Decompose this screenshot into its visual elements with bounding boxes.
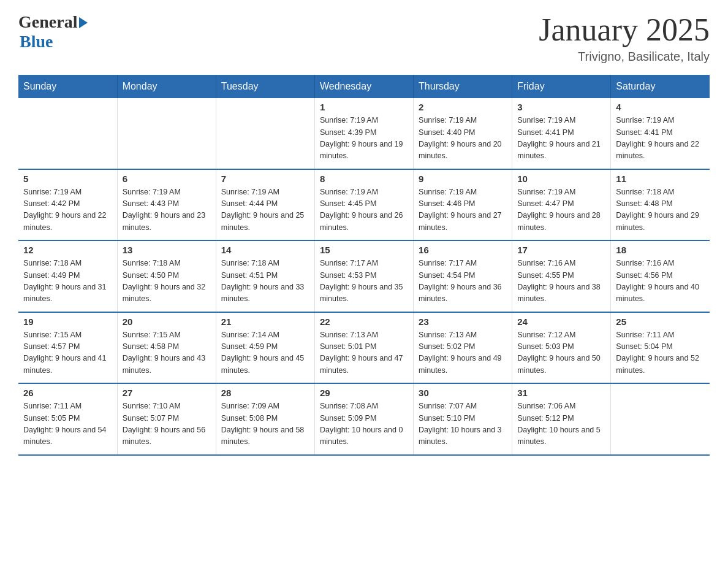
day-number: 14 — [221, 245, 309, 255]
day-cell: 6Sunrise: 7:19 AM Sunset: 4:43 PM Daylig… — [117, 169, 216, 241]
day-cell: 19Sunrise: 7:15 AM Sunset: 4:57 PM Dayli… — [18, 312, 117, 384]
day-info: Sunrise: 7:19 AM Sunset: 4:43 PM Dayligh… — [123, 186, 211, 234]
day-info: Sunrise: 7:19 AM Sunset: 4:44 PM Dayligh… — [221, 186, 309, 234]
day-number: 12 — [23, 245, 112, 255]
day-number: 1 — [320, 102, 408, 112]
day-cell: 22Sunrise: 7:13 AM Sunset: 5:01 PM Dayli… — [314, 312, 413, 384]
title-area: January 2025 Trivigno, Basilicate, Italy — [539, 12, 710, 64]
day-number: 11 — [616, 174, 705, 184]
month-title: January 2025 — [539, 12, 710, 47]
col-tuesday: Tuesday — [216, 75, 314, 98]
day-number: 3 — [517, 102, 605, 112]
day-number: 16 — [419, 245, 507, 255]
day-number: 2 — [419, 102, 507, 112]
day-info: Sunrise: 7:06 AM Sunset: 5:12 PM Dayligh… — [517, 400, 605, 448]
page-header: General Blue January 2025 Trivigno, Basi… — [18, 12, 710, 64]
day-number: 17 — [517, 245, 605, 255]
day-number: 21 — [221, 316, 309, 327]
week-row-5: 26Sunrise: 7:11 AM Sunset: 5:05 PM Dayli… — [18, 383, 710, 455]
col-sunday: Sunday — [18, 75, 117, 98]
day-info: Sunrise: 7:13 AM Sunset: 5:02 PM Dayligh… — [419, 329, 507, 377]
day-cell: 17Sunrise: 7:16 AM Sunset: 4:55 PM Dayli… — [512, 240, 611, 312]
day-info: Sunrise: 7:13 AM Sunset: 5:01 PM Dayligh… — [320, 329, 408, 377]
day-number: 8 — [320, 174, 408, 184]
day-number: 26 — [23, 388, 112, 398]
day-number: 30 — [419, 388, 507, 398]
day-number: 25 — [616, 316, 705, 327]
logo-blue-text: Blue — [20, 32, 53, 52]
day-cell: 31Sunrise: 7:06 AM Sunset: 5:12 PM Dayli… — [512, 383, 611, 455]
day-cell: 5Sunrise: 7:19 AM Sunset: 4:42 PM Daylig… — [18, 169, 117, 241]
day-cell: 26Sunrise: 7:11 AM Sunset: 5:05 PM Dayli… — [18, 383, 117, 455]
calendar-table: Sunday Monday Tuesday Wednesday Thursday… — [18, 75, 710, 456]
day-info: Sunrise: 7:17 AM Sunset: 4:54 PM Dayligh… — [419, 258, 507, 305]
day-cell: 21Sunrise: 7:14 AM Sunset: 4:59 PM Dayli… — [216, 312, 314, 384]
day-number: 9 — [419, 174, 507, 184]
day-cell: 15Sunrise: 7:17 AM Sunset: 4:53 PM Dayli… — [314, 240, 413, 312]
day-info: Sunrise: 7:14 AM Sunset: 4:59 PM Dayligh… — [221, 329, 309, 377]
day-info: Sunrise: 7:07 AM Sunset: 5:10 PM Dayligh… — [419, 400, 507, 448]
day-number: 27 — [123, 388, 211, 398]
day-number: 6 — [123, 174, 211, 184]
day-info: Sunrise: 7:19 AM Sunset: 4:46 PM Dayligh… — [419, 186, 507, 234]
calendar-body: 1Sunrise: 7:19 AM Sunset: 4:39 PM Daylig… — [18, 98, 710, 455]
day-cell: 24Sunrise: 7:12 AM Sunset: 5:03 PM Dayli… — [512, 312, 611, 384]
day-number: 10 — [517, 174, 605, 184]
day-info: Sunrise: 7:18 AM Sunset: 4:50 PM Dayligh… — [123, 258, 211, 305]
col-saturday: Saturday — [611, 75, 710, 98]
day-cell — [18, 98, 117, 169]
day-number: 23 — [419, 316, 507, 327]
day-number: 28 — [221, 388, 309, 398]
day-number: 19 — [23, 316, 112, 327]
day-info: Sunrise: 7:19 AM Sunset: 4:42 PM Dayligh… — [23, 186, 112, 234]
day-number: 29 — [320, 388, 408, 398]
day-number: 4 — [616, 102, 705, 112]
day-info: Sunrise: 7:10 AM Sunset: 5:07 PM Dayligh… — [123, 400, 211, 448]
day-cell: 3Sunrise: 7:19 AM Sunset: 4:41 PM Daylig… — [512, 98, 611, 169]
day-info: Sunrise: 7:17 AM Sunset: 4:53 PM Dayligh… — [320, 258, 408, 305]
day-number: 5 — [23, 174, 112, 184]
day-cell: 25Sunrise: 7:11 AM Sunset: 5:04 PM Dayli… — [611, 312, 710, 384]
day-cell: 2Sunrise: 7:19 AM Sunset: 4:40 PM Daylig… — [414, 98, 512, 169]
day-cell: 16Sunrise: 7:17 AM Sunset: 4:54 PM Dayli… — [414, 240, 512, 312]
day-cell: 14Sunrise: 7:18 AM Sunset: 4:51 PM Dayli… — [216, 240, 314, 312]
week-row-2: 5Sunrise: 7:19 AM Sunset: 4:42 PM Daylig… — [18, 169, 710, 241]
day-cell: 4Sunrise: 7:19 AM Sunset: 4:41 PM Daylig… — [611, 98, 710, 169]
day-info: Sunrise: 7:16 AM Sunset: 4:56 PM Dayligh… — [616, 258, 705, 305]
day-info: Sunrise: 7:19 AM Sunset: 4:39 PM Dayligh… — [320, 115, 408, 163]
day-info: Sunrise: 7:15 AM Sunset: 4:57 PM Dayligh… — [23, 329, 112, 377]
day-cell: 9Sunrise: 7:19 AM Sunset: 4:46 PM Daylig… — [414, 169, 512, 241]
day-cell: 8Sunrise: 7:19 AM Sunset: 4:45 PM Daylig… — [314, 169, 413, 241]
header-row: Sunday Monday Tuesday Wednesday Thursday… — [18, 75, 710, 98]
day-info: Sunrise: 7:19 AM Sunset: 4:45 PM Dayligh… — [320, 186, 408, 234]
col-friday: Friday — [512, 75, 611, 98]
day-info: Sunrise: 7:15 AM Sunset: 4:58 PM Dayligh… — [123, 329, 211, 377]
day-number: 20 — [123, 316, 211, 327]
col-monday: Monday — [117, 75, 216, 98]
location-text: Trivigno, Basilicate, Italy — [539, 50, 710, 64]
col-wednesday: Wednesday — [314, 75, 413, 98]
day-number: 22 — [320, 316, 408, 327]
day-number: 15 — [320, 245, 408, 255]
day-cell: 12Sunrise: 7:18 AM Sunset: 4:49 PM Dayli… — [18, 240, 117, 312]
day-info: Sunrise: 7:19 AM Sunset: 4:41 PM Dayligh… — [616, 115, 705, 163]
day-info: Sunrise: 7:18 AM Sunset: 4:48 PM Dayligh… — [616, 186, 705, 234]
logo-general-text: General — [18, 12, 77, 32]
day-cell: 30Sunrise: 7:07 AM Sunset: 5:10 PM Dayli… — [414, 383, 512, 455]
day-cell — [117, 98, 216, 169]
day-cell: 23Sunrise: 7:13 AM Sunset: 5:02 PM Dayli… — [414, 312, 512, 384]
day-cell — [216, 98, 314, 169]
day-number: 24 — [517, 316, 605, 327]
day-cell: 28Sunrise: 7:09 AM Sunset: 5:08 PM Dayli… — [216, 383, 314, 455]
day-cell: 13Sunrise: 7:18 AM Sunset: 4:50 PM Dayli… — [117, 240, 216, 312]
day-info: Sunrise: 7:11 AM Sunset: 5:05 PM Dayligh… — [23, 400, 112, 448]
day-info: Sunrise: 7:16 AM Sunset: 4:55 PM Dayligh… — [517, 258, 605, 305]
day-info: Sunrise: 7:09 AM Sunset: 5:08 PM Dayligh… — [221, 400, 309, 448]
week-row-3: 12Sunrise: 7:18 AM Sunset: 4:49 PM Dayli… — [18, 240, 710, 312]
day-cell — [611, 383, 710, 455]
col-thursday: Thursday — [414, 75, 512, 98]
day-cell: 1Sunrise: 7:19 AM Sunset: 4:39 PM Daylig… — [314, 98, 413, 169]
day-cell: 11Sunrise: 7:18 AM Sunset: 4:48 PM Dayli… — [611, 169, 710, 241]
day-cell: 10Sunrise: 7:19 AM Sunset: 4:47 PM Dayli… — [512, 169, 611, 241]
week-row-1: 1Sunrise: 7:19 AM Sunset: 4:39 PM Daylig… — [18, 98, 710, 169]
